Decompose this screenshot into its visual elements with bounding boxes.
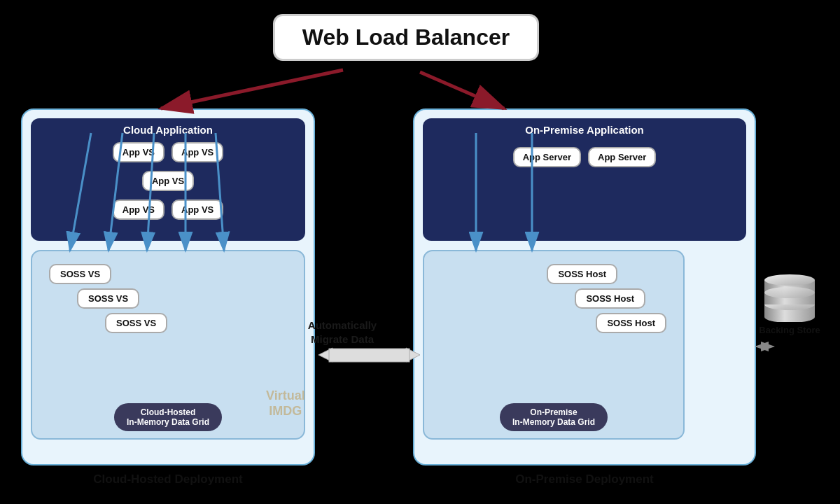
cloud-app-row1: App VS App VS [38, 142, 298, 162]
cloud-app-boxes: App VS App VS App VS App VS App VS [38, 140, 298, 222]
cloud-imdg-label: Cloud-HostedIn-Memory Data Grid [114, 403, 222, 431]
onprem-app-title: On-Premise Application [525, 124, 643, 136]
svg-line-11 [420, 72, 504, 108]
backing-store-icon [760, 273, 820, 322]
onprem-soss-row3: SOSS Host [596, 313, 666, 333]
cloud-app-section: Cloud Application App VS App VS App VS A… [31, 118, 305, 241]
app-vs-2: App VS [172, 142, 223, 162]
svg-point-5 [764, 287, 815, 298]
onprem-soss-row2: SOSS Host [575, 288, 645, 309]
web-load-balancer-label: Web Load Balancer [302, 24, 510, 50]
backing-store: Backing Store [755, 273, 825, 335]
onprem-panel-label: On-Premise Deployment [414, 472, 755, 486]
web-load-balancer-box: Web Load Balancer [273, 14, 539, 61]
backing-store-label: Backing Store [759, 325, 820, 335]
cloud-app-row3: App VS App VS [38, 200, 298, 220]
migrate-data-label: Automatically Migrate Data [262, 318, 423, 346]
app-server-2: App Server [588, 147, 656, 167]
cloud-soss-3: SOSS VS [49, 264, 111, 284]
onprem-soss-3: SOSS Host [596, 313, 666, 333]
cloud-soss-1: SOSS VS [105, 313, 167, 333]
onprem-panel: On-Premise Application App Server App Se… [413, 108, 756, 465]
diagram: Web Load Balancer Cloud Application App … [0, 0, 840, 504]
app-vs-1: App VS [113, 142, 164, 162]
app-vs-5: App VS [172, 200, 223, 220]
cloud-soss-row1: SOSS VS [49, 264, 111, 284]
cloud-app-row2: App VS [38, 171, 298, 191]
virtual-imdg-label: Virtual IMDG [266, 388, 305, 419]
virtual-imdg-text: Virtual IMDG [266, 388, 305, 418]
onprem-soss-2: SOSS Host [575, 288, 645, 309]
cloud-panel-label: Cloud-Hosted Deployment [22, 472, 314, 486]
cloud-app-title: Cloud Application [123, 124, 213, 136]
app-vs-3: App VS [142, 171, 194, 191]
svg-marker-19 [318, 348, 332, 362]
onprem-app-section: On-Premise Application App Server App Se… [423, 118, 746, 241]
cloud-soss-2: SOSS VS [77, 288, 139, 309]
onprem-soss-row1: SOSS Host [547, 264, 617, 284]
onprem-soss-boxes: SOSS Host SOSS Host SOSS Host [434, 264, 673, 333]
onprem-imdg-section: SOSS Host SOSS Host SOSS Host On-Premise… [423, 250, 685, 440]
svg-point-4 [764, 274, 815, 286]
svg-rect-21 [329, 349, 410, 362]
cloud-soss-row2: SOSS VS [77, 288, 139, 309]
app-server-1: App Server [513, 147, 581, 167]
migrate-data-text: Automatically Migrate Data [308, 319, 377, 345]
cloud-soss-boxes: SOSS VS SOSS VS SOSS VS [42, 264, 294, 333]
onprem-imdg-label: On-PremiseIn-Memory Data Grid [500, 403, 608, 431]
onprem-app-boxes: App Server App Server [430, 147, 739, 167]
cloud-soss-row3: SOSS VS [105, 313, 167, 333]
onprem-soss-1: SOSS Host [547, 264, 617, 284]
svg-line-10 [161, 70, 343, 108]
app-vs-4: App VS [113, 200, 164, 220]
